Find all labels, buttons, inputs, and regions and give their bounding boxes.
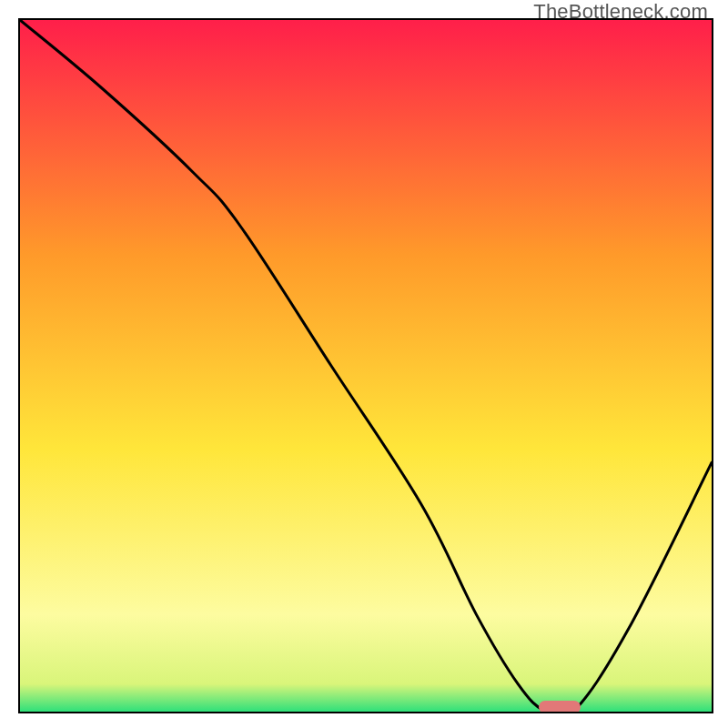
plot-area [18, 18, 713, 713]
optimum-marker [539, 701, 581, 713]
bottleneck-curve-path [20, 20, 712, 712]
curve-svg [20, 20, 712, 712]
chart-container: TheBottleneck.com [0, 0, 728, 728]
